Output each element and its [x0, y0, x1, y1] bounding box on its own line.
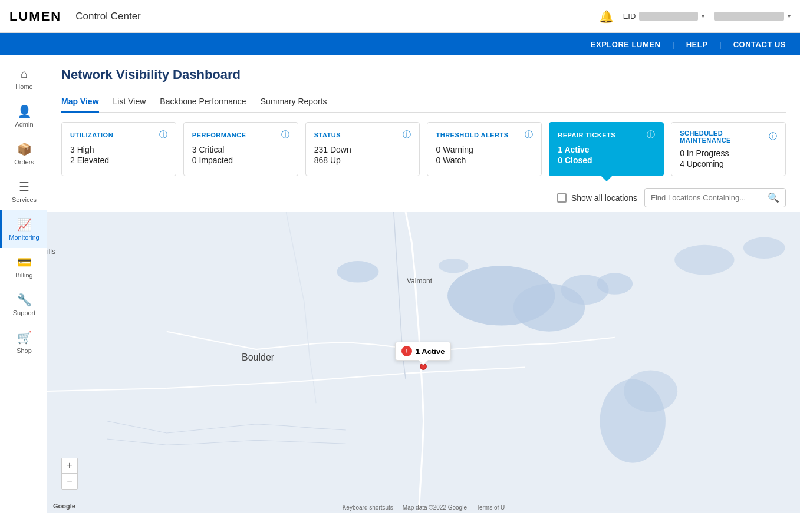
repair-title: REPAIR TICKETS: [558, 131, 615, 138]
utilization-values: 3 High 2 Elevated: [70, 145, 167, 165]
tab-list-view[interactable]: List View: [113, 92, 146, 113]
utilization-title: UTILIZATION: [70, 131, 113, 138]
logo: LUMEN: [9, 9, 61, 24]
stat-card-status[interactable]: STATUS ⓘ 231 Down 868 Up: [305, 122, 420, 176]
content-area: Network Visibility Dashboard Map View Li…: [47, 55, 800, 532]
help-link[interactable]: HELP: [686, 40, 708, 49]
threshold-value-0: 0 Warning: [436, 145, 533, 154]
tab-summary-reports[interactable]: Summary Reports: [261, 92, 327, 113]
svg-point-6: [743, 237, 785, 259]
logo-area: LUMEN Control Center: [9, 9, 599, 24]
map-zoom-controls: + −: [61, 458, 78, 490]
sidebar-item-monitoring[interactable]: 📈 Monitoring: [0, 210, 47, 248]
sidebar-item-services[interactable]: ☰ Services: [0, 173, 47, 210]
stat-card-maintenance-header: SCHEDULED MAINTENANCE ⓘ: [680, 130, 777, 144]
svg-point-4: [597, 273, 633, 294]
bell-icon[interactable]: 🔔: [599, 9, 614, 24]
map-data-text: Map data ©2022 Google: [403, 504, 467, 511]
tab-backbone-performance[interactable]: Backbone Performance: [160, 92, 246, 113]
user-value: ████████████: [714, 12, 784, 21]
status-info-icon[interactable]: ⓘ: [403, 130, 411, 140]
sidebar-item-orders[interactable]: 📦 Orders: [0, 135, 47, 173]
performance-title: PERFORMANCE: [192, 131, 246, 138]
zoom-in-button[interactable]: +: [62, 458, 77, 474]
stat-card-performance[interactable]: PERFORMANCE ⓘ 3 Critical 0 Impacted: [183, 122, 298, 176]
sidebar-orders-label: Orders: [14, 158, 34, 166]
map-pin-container[interactable]: ! 1 Active: [395, 342, 451, 370]
search-icon: 🔍: [768, 193, 779, 203]
svg-point-5: [674, 245, 734, 275]
sidebar-services-label: Services: [12, 196, 37, 203]
sidebar-item-admin[interactable]: 👤 Admin: [0, 97, 47, 135]
home-icon: ⌂: [21, 67, 28, 81]
stat-card-utilization[interactable]: UTILIZATION ⓘ 3 High 2 Elevated: [61, 122, 176, 176]
blue-bar: EXPLORE LUMEN | HELP | CONTACT US: [0, 33, 800, 55]
explore-lumen-link[interactable]: EXPLORE LUMEN: [591, 40, 660, 49]
stat-card-repair-header: REPAIR TICKETS ⓘ: [558, 130, 655, 140]
svg-point-10: [439, 259, 469, 273]
top-bar: LUMEN Control Center 🔔 EID ██████████ ▾ …: [0, 0, 800, 33]
tab-map-view[interactable]: Map View: [61, 92, 99, 113]
repair-info-icon[interactable]: ⓘ: [647, 130, 655, 140]
threshold-value-1: 0 Watch: [436, 156, 533, 165]
stat-card-repair-tickets[interactable]: REPAIR TICKETS ⓘ 1 Active 0 Closed: [549, 122, 664, 176]
repair-value-0: 1 Active: [558, 145, 655, 154]
zoom-out-button[interactable]: −: [62, 474, 77, 489]
map-area[interactable]: Valmont Boulder ills ! 1 Active + − Goog…: [47, 212, 800, 513]
stat-card-status-header: STATUS ⓘ: [314, 130, 411, 140]
admin-icon: 👤: [17, 104, 32, 118]
contact-us-link[interactable]: CONTACT US: [733, 40, 786, 49]
main-layout: ⌂ Home 👤 Admin 📦 Orders ☰ Services 📈 Mon…: [0, 55, 800, 532]
maintenance-info-icon[interactable]: ⓘ: [769, 131, 777, 142]
monitoring-icon: 📈: [17, 217, 32, 232]
billing-icon: 💳: [17, 255, 32, 269]
performance-info-icon[interactable]: ⓘ: [281, 130, 289, 140]
show-all-locations-label[interactable]: Show all locations: [557, 193, 637, 203]
status-value-1: 868 Up: [314, 156, 411, 165]
sidebar-item-home[interactable]: ⌂ Home: [0, 60, 47, 97]
utilization-info-icon[interactable]: ⓘ: [159, 130, 167, 140]
page-title: Network Visibility Dashboard: [61, 67, 786, 82]
sidebar-admin-label: Admin: [15, 121, 33, 128]
eid-chevron-icon: ▾: [702, 13, 704, 19]
repair-values: 1 Active 0 Closed: [558, 145, 655, 165]
shop-icon: 🛒: [17, 331, 32, 345]
tabs-bar: Map View List View Backbone Performance …: [61, 92, 786, 113]
terms-link[interactable]: Terms of U: [476, 504, 505, 511]
sidebar-item-support[interactable]: 🔧 Support: [0, 286, 47, 323]
alert-icon: !: [401, 346, 412, 356]
maintenance-value-1: 4 Upcoming: [680, 159, 777, 168]
stat-card-utilization-header: UTILIZATION ⓘ: [70, 130, 167, 140]
google-logo: Google: [53, 503, 75, 510]
eid-dropdown[interactable]: EID ██████████ ▾: [623, 12, 705, 21]
stats-row: UTILIZATION ⓘ 3 High 2 Elevated PERFORMA…: [47, 113, 800, 186]
status-title: STATUS: [314, 131, 341, 138]
show-all-checkbox[interactable]: [557, 193, 567, 203]
threshold-info-icon[interactable]: ⓘ: [525, 130, 533, 140]
dashboard-header: Network Visibility Dashboard Map View Li…: [47, 55, 800, 113]
stat-card-threshold-header: THRESHOLD ALERTS ⓘ: [436, 130, 533, 140]
utilization-value-0: 3 High: [70, 145, 167, 154]
keyboard-shortcuts-link[interactable]: Keyboard shortcuts: [343, 504, 393, 511]
eid-label: EID: [623, 12, 636, 21]
eid-value: ██████████: [639, 12, 698, 21]
sidebar-shop-label: Shop: [17, 347, 32, 354]
orders-icon: 📦: [17, 142, 32, 156]
stat-card-threshold-alerts[interactable]: THRESHOLD ALERTS ⓘ 0 Warning 0 Watch: [427, 122, 542, 176]
find-locations-search-button[interactable]: 🔍: [762, 189, 785, 207]
find-locations-input[interactable]: [645, 190, 762, 206]
threshold-title: THRESHOLD ALERTS: [436, 131, 508, 138]
user-dropdown[interactable]: ████████████ ▾: [714, 12, 791, 21]
sidebar-item-billing[interactable]: 💳 Billing: [0, 248, 47, 286]
sidebar-billing-label: Billing: [15, 272, 32, 279]
repair-value-1: 0 Closed: [558, 156, 655, 165]
threshold-values: 0 Warning 0 Watch: [436, 145, 533, 165]
svg-point-8: [624, 371, 677, 412]
user-chevron-icon: ▾: [788, 13, 791, 19]
stat-card-scheduled-maintenance[interactable]: SCHEDULED MAINTENANCE ⓘ 0 In Progress 4 …: [671, 122, 786, 176]
status-values: 231 Down 868 Up: [314, 145, 411, 165]
top-bar-right: 🔔 EID ██████████ ▾ ████████████ ▾: [599, 9, 791, 24]
performance-value-1: 0 Impacted: [192, 156, 289, 165]
app-title: Control Center: [75, 11, 141, 22]
sidebar-item-shop[interactable]: 🛒 Shop: [0, 323, 47, 361]
